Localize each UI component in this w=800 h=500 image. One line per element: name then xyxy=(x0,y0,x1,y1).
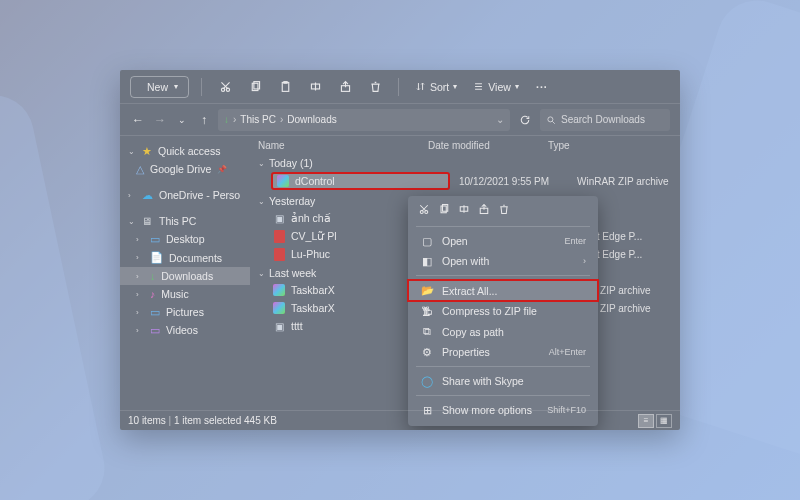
ctx-share-button[interactable] xyxy=(478,203,490,217)
explorer-window: New ▾ Sort ▾ View ▾ ··· ← → ⌄ ↑ ↓ › Th xyxy=(120,70,680,430)
share-icon xyxy=(339,80,352,93)
star-icon: ★ xyxy=(142,145,152,157)
more-button[interactable]: ··· xyxy=(531,76,553,98)
up-button[interactable]: ↑ xyxy=(196,113,212,127)
chevron-down-icon[interactable]: ⌄ xyxy=(496,114,504,125)
ctx-rename-button[interactable] xyxy=(458,203,470,217)
rename-button[interactable] xyxy=(304,76,326,98)
pdf-icon xyxy=(272,247,286,261)
context-toolbar xyxy=(408,200,598,222)
copy-icon xyxy=(249,80,262,93)
zip-icon xyxy=(272,301,286,315)
ctx-delete-button[interactable] xyxy=(498,203,510,217)
cut-icon xyxy=(418,203,430,215)
copy-icon xyxy=(438,203,450,215)
ctx-copy-path[interactable]: ⧉Copy as path xyxy=(408,321,598,342)
breadcrumb-folder[interactable]: Downloads xyxy=(287,114,336,125)
delete-button[interactable] xyxy=(364,76,386,98)
desktop-icon: ▭ xyxy=(150,233,160,245)
column-headers[interactable]: Name Date modified Type xyxy=(250,136,680,153)
sort-button[interactable]: Sort ▾ xyxy=(411,78,461,96)
properties-icon: ⚙ xyxy=(420,346,434,358)
refresh-icon xyxy=(519,114,531,126)
sidebar-videos[interactable]: ›▭Videos xyxy=(120,321,250,339)
delete-icon xyxy=(498,203,510,215)
col-name[interactable]: Name xyxy=(258,140,428,151)
sidebar-desktop[interactable]: ›▭Desktop xyxy=(120,230,250,248)
sidebar-quick-access[interactable]: ⌄★Quick access xyxy=(120,142,250,160)
ctx-compress[interactable]: 🗜Compress to ZIP file xyxy=(408,301,598,321)
address-bar: ← → ⌄ ↑ ↓ › This PC › Downloads ⌄ Search… xyxy=(120,104,680,136)
zip-icon xyxy=(276,174,290,188)
new-button[interactable]: New ▾ xyxy=(130,76,189,98)
skype-icon: ◯ xyxy=(420,375,434,387)
sidebar-this-pc[interactable]: ⌄🖥This PC xyxy=(120,212,250,230)
sidebar-onedrive[interactable]: ›☁OneDrive - Perso xyxy=(120,186,250,204)
sidebar-downloads[interactable]: ›↓Downloads xyxy=(120,267,250,285)
recent-button[interactable]: ⌄ xyxy=(174,115,190,125)
gdrive-icon: △ xyxy=(136,163,144,175)
file-list: Name Date modified Type ⌄Today (1) dCont… xyxy=(250,136,680,410)
back-button[interactable]: ← xyxy=(130,113,146,127)
ctx-extract-all[interactable]: 📂Extract All... xyxy=(408,280,598,301)
view-button[interactable]: View ▾ xyxy=(469,78,523,96)
col-type[interactable]: Type xyxy=(548,140,672,151)
forward-button[interactable]: → xyxy=(152,113,168,127)
search-placeholder: Search Downloads xyxy=(561,114,645,125)
chevron-down-icon: ▾ xyxy=(174,82,178,91)
view-icon xyxy=(473,81,484,92)
copypath-icon: ⧉ xyxy=(420,325,434,338)
command-bar: New ▾ Sort ▾ View ▾ ··· xyxy=(120,70,680,104)
file-row-dcontrol[interactable]: dControl 10/12/2021 9:55 PM WinRAR ZIP a… xyxy=(258,171,672,191)
videos-icon: ▭ xyxy=(150,324,160,336)
rename-icon xyxy=(309,80,322,93)
status-size: 445 KB xyxy=(244,415,277,426)
share-icon xyxy=(478,203,490,215)
ctx-open-with[interactable]: ◧Open with› xyxy=(408,251,598,271)
open-icon: ▢ xyxy=(420,235,434,247)
breadcrumb-root[interactable]: This PC xyxy=(240,114,276,125)
sort-icon xyxy=(415,81,426,92)
context-menu: ▢OpenEnter ◧Open with› 📂Extract All... 🗜… xyxy=(408,196,598,426)
share-button[interactable] xyxy=(334,76,356,98)
sidebar-google-drive[interactable]: △Google Drive📌 xyxy=(120,160,250,178)
compress-icon: 🗜 xyxy=(420,305,434,317)
pin-icon: 📌 xyxy=(217,165,227,174)
sidebar-music[interactable]: ›♪Music xyxy=(120,285,250,303)
paste-button[interactable] xyxy=(274,76,296,98)
ctx-open[interactable]: ▢OpenEnter xyxy=(408,231,598,251)
downloads-icon: ↓ xyxy=(224,114,229,125)
sidebar-pictures[interactable]: ›▭Pictures xyxy=(120,303,250,321)
copy-button[interactable] xyxy=(244,76,266,98)
music-icon: ♪ xyxy=(150,288,155,300)
ctx-properties[interactable]: ⚙PropertiesAlt+Enter xyxy=(408,342,598,362)
ctx-skype[interactable]: ◯Share with Skype xyxy=(408,371,598,391)
breadcrumb[interactable]: ↓ › This PC › Downloads ⌄ xyxy=(218,109,510,131)
ctx-copy-button[interactable] xyxy=(438,203,450,217)
chevron-right-icon: › xyxy=(583,256,586,266)
status-items: 10 items xyxy=(128,415,166,426)
search-icon xyxy=(546,115,556,125)
cut-button[interactable] xyxy=(214,76,236,98)
cut-icon xyxy=(219,80,232,93)
image-icon: ▣ xyxy=(272,319,286,333)
monitor-icon: 🖥 xyxy=(142,215,153,227)
cloud-icon: ☁ xyxy=(142,189,153,201)
sidebar-documents[interactable]: ›📄Documents xyxy=(120,248,250,267)
col-date[interactable]: Date modified xyxy=(428,140,548,151)
zip-icon xyxy=(272,283,286,297)
details-view-button[interactable]: ≡ xyxy=(638,414,654,428)
delete-icon xyxy=(369,80,382,93)
status-selected: 1 item selected xyxy=(174,415,241,426)
svg-point-9 xyxy=(548,116,553,121)
ctx-cut-button[interactable] xyxy=(418,203,430,217)
documents-icon: 📄 xyxy=(150,251,163,264)
refresh-button[interactable] xyxy=(516,114,534,126)
nav-pane: ⌄★Quick access △Google Drive📌 ›☁OneDrive… xyxy=(120,136,250,410)
group-today[interactable]: ⌄Today (1) xyxy=(258,155,672,171)
openwith-icon: ◧ xyxy=(420,255,434,267)
search-input[interactable]: Search Downloads xyxy=(540,109,670,131)
status-bar: 10 items | 1 item selected 445 KB ≡ ▦ xyxy=(120,410,680,430)
thumbnails-view-button[interactable]: ▦ xyxy=(656,414,672,428)
extract-icon: 📂 xyxy=(420,284,434,297)
